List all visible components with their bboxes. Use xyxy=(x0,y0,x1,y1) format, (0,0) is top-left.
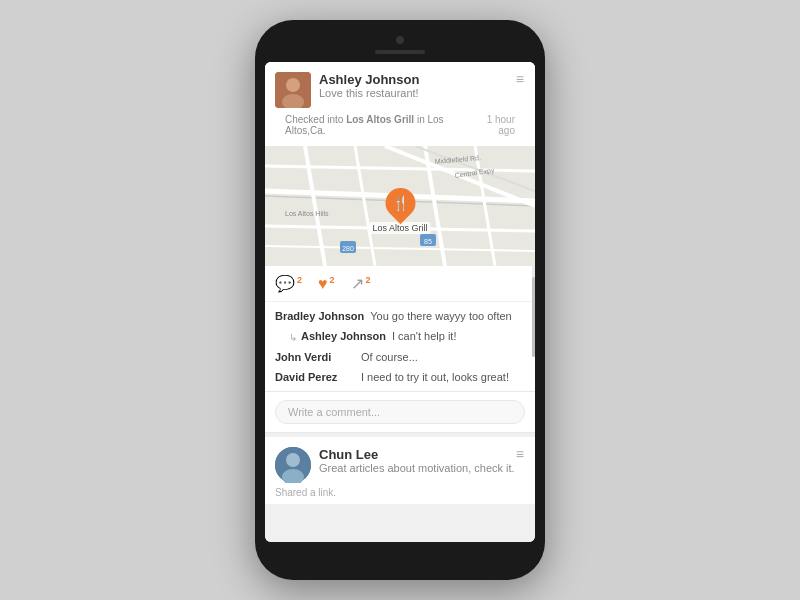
post-header-left: Ashley Johnson Love this restaurant! xyxy=(275,72,419,108)
comment-input[interactable]: Write a comment... xyxy=(275,400,525,424)
reply-arrow-icon: ↳ xyxy=(289,332,297,343)
post-header-2: Chun Lee Great articles about motivation… xyxy=(265,437,535,487)
post-card-2: Chun Lee Great articles about motivation… xyxy=(265,437,535,504)
restaurant-icon: 🍴 xyxy=(392,195,409,211)
map-pin-circle: 🍴 xyxy=(379,182,421,224)
phone-camera xyxy=(396,36,404,44)
comment-row-3: John Verdi Of course... xyxy=(265,347,535,367)
comment-row-1: Bradley Johnson You go there wayyy too o… xyxy=(265,306,535,326)
svg-text:Los Altos Hills: Los Altos Hills xyxy=(285,210,329,217)
checkin-row: Checked into Los Altos Grill in Los Alto… xyxy=(265,114,535,146)
phone-speaker xyxy=(375,50,425,54)
comment-text-2: I can't help it! xyxy=(392,330,456,342)
avatar-ashley xyxy=(275,72,311,108)
svg-point-1 xyxy=(286,78,300,92)
post-menu-icon-2[interactable]: ≡ xyxy=(516,447,525,461)
reaction-share[interactable]: ↗ 2 xyxy=(351,274,371,293)
post-subtext-2: Shared a link. xyxy=(265,487,535,504)
scrollbar-track xyxy=(532,266,535,301)
post-username-2: Chun Lee xyxy=(319,447,515,462)
reactions-row: 💬 2 ♥ 2 ↗ 2 xyxy=(265,266,535,302)
share-icon: ↗ xyxy=(351,274,364,293)
avatar-placeholder xyxy=(275,72,311,108)
post-card-1: Ashley Johnson Love this restaurant! ≡ C… xyxy=(265,62,535,433)
reaction-badge-1: 2 xyxy=(297,275,302,285)
post-user-info-1: Ashley Johnson Love this restaurant! xyxy=(319,72,419,99)
post-menu-icon-1[interactable]: ≡ xyxy=(516,72,525,86)
map-pin: 🍴 Los Altos Grill xyxy=(369,188,430,234)
post-user-info-2: Chun Lee Great articles about motivation… xyxy=(319,447,515,474)
comment-author-3: John Verdi xyxy=(275,351,355,363)
phone-screen: Ashley Johnson Love this restaurant! ≡ C… xyxy=(265,62,535,542)
svg-text:85: 85 xyxy=(424,238,432,245)
reaction-badge-2: 2 xyxy=(330,275,335,285)
svg-point-23 xyxy=(286,453,300,467)
scrollbar-thumb[interactable] xyxy=(532,277,535,357)
heart-icon: ♥ xyxy=(318,275,328,293)
svg-text:280: 280 xyxy=(342,245,354,252)
post-username-1: Ashley Johnson xyxy=(319,72,419,87)
comment-row-2: ↳ Ashley Johnson I can't help it! xyxy=(265,326,535,347)
post-time-1: 1 hour ago xyxy=(465,114,525,142)
screen-content[interactable]: Ashley Johnson Love this restaurant! ≡ C… xyxy=(265,62,535,542)
comment-row-4: David Perez I need to try it out, looks … xyxy=(265,367,535,387)
post-tagline-1: Love this restaurant! xyxy=(319,87,419,99)
phone-device: Ashley Johnson Love this restaurant! ≡ C… xyxy=(255,20,545,580)
comment-author-2: Ashley Johnson xyxy=(301,330,386,342)
comment-author-4: David Perez xyxy=(275,371,355,383)
avatar-chun xyxy=(275,447,311,483)
comment-text-3: Of course... xyxy=(361,351,418,363)
comment-text-4: I need to try it out, looks great! xyxy=(361,371,509,383)
comments-section: Bradley Johnson You go there wayyy too o… xyxy=(265,302,535,391)
reaction-heart[interactable]: ♥ 2 xyxy=(318,275,335,293)
comment-icon: 💬 xyxy=(275,274,295,293)
post-header-1: Ashley Johnson Love this restaurant! ≡ xyxy=(265,62,535,114)
post-header-left-2: Chun Lee Great articles about motivation… xyxy=(275,447,515,483)
post-tagline-2: Great articles about motivation, check i… xyxy=(319,462,515,474)
map-container[interactable]: 85 280 Middlefield Rd. Central Expy Los … xyxy=(265,146,535,266)
write-comment-area: Write a comment... xyxy=(265,391,535,433)
comment-text-1: You go there wayyy too often xyxy=(370,310,511,322)
reaction-badge-3: 2 xyxy=(366,275,371,285)
comment-author-1: Bradley Johnson xyxy=(275,310,364,322)
reaction-comment[interactable]: 💬 2 xyxy=(275,274,302,293)
post-checkin: Checked into Los Altos Grill in Los Alto… xyxy=(275,114,465,142)
